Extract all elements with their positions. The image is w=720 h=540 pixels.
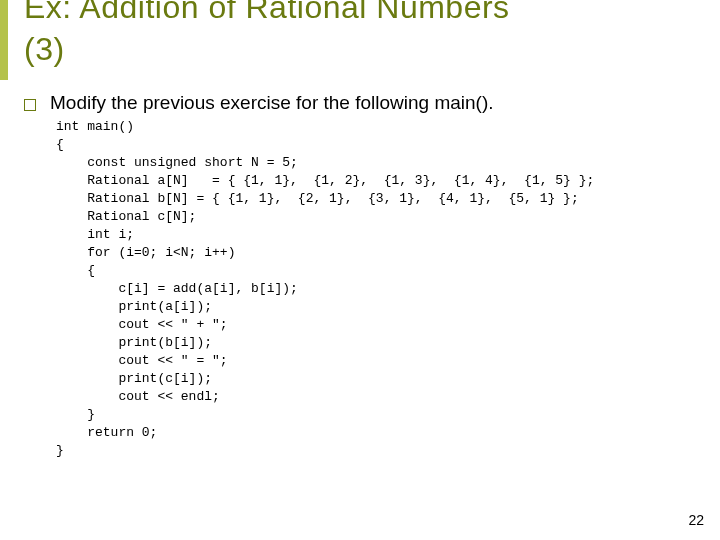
bullet-text: Modify the previous exercise for the fol… (50, 92, 494, 114)
bullet-line: Modify the previous exercise for the fol… (24, 92, 494, 114)
title-line-1: Ex: Addition of Rational Numbers (24, 0, 510, 25)
slide: Ex: Addition of Rational Numbers (3) Mod… (0, 0, 720, 540)
code-block: int main() { const unsigned short N = 5;… (56, 118, 594, 460)
bullet-square-icon (24, 99, 36, 111)
title-line-2: (3) (24, 31, 65, 67)
slide-title: Ex: Addition of Rational Numbers (3) (24, 0, 510, 70)
page-number: 22 (688, 512, 704, 528)
title-accent-bar (0, 0, 8, 80)
